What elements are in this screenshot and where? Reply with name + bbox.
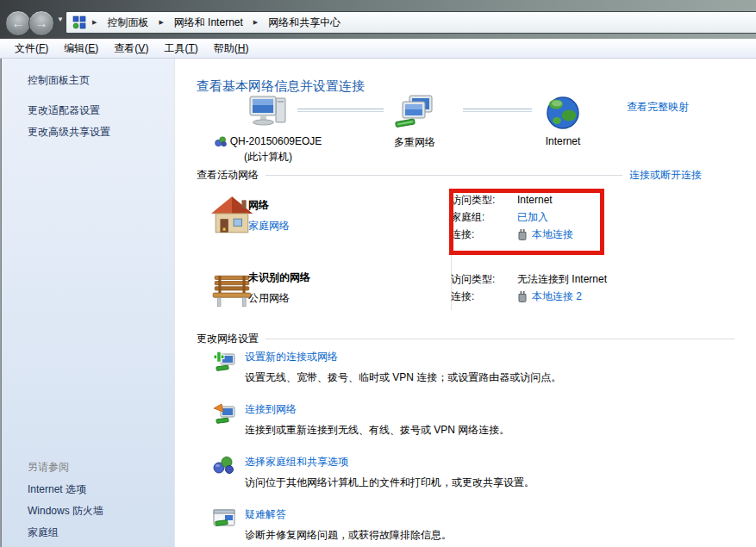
active-networks-section-header: 查看活动网络 连接或断开连接 [197,168,702,182]
address-bar: ▶ 控制面板 ▶ 网络和 Internet ▶ 网络和共享中心 [66,11,756,34]
troubleshoot-link[interactable]: 疑难解答 [245,507,452,522]
homegroup-joined-link[interactable]: 已加入 [517,210,548,225]
homegroup-label: 家庭组: [451,210,517,225]
public-network-location: 公用网络 [248,291,290,306]
breadcrumb-network-sharing-center[interactable]: 网络和共享中心 [264,14,345,32]
section-rule [266,175,622,176]
home-network-location-link[interactable]: 家庭网络 [248,219,290,233]
sidebar-item-windows-firewall[interactable]: Windows 防火墙 [28,504,103,519]
menu-tools[interactable]: 工具(T) [156,39,205,59]
connect-to-network-desc: 连接到或重新连接到无线、有线、拨号或 VPN 网络连接。 [245,423,509,438]
see-also-header: 另请参阅 [28,460,69,475]
map-connector-line [297,109,384,112]
section-rule [266,339,734,339]
connect-to-network-icon [213,402,235,425]
choose-homegroup-desc: 访问位于其他网络计算机上的文件和打印机，或更改共享设置。 [245,476,534,490]
connect-to-network-link[interactable]: 连接到网络 [245,402,509,417]
map-node-multiple-networks: 多重网络 [372,93,458,150]
back-arrow-icon: ← [12,16,25,30]
task-pane: 控制面板主页 更改适配器设置 更改高级共享设置 另请参阅 Internet 选项… [2,59,175,547]
sidebar-item-change-advanced-sharing[interactable]: 更改高级共享设置 [28,125,110,140]
breadcrumb-network-internet[interactable]: 网络和 Internet [170,14,247,32]
network-row-unidentified: 未识别的网络 公用网络 访问类型: 无法连接到 Internet 连接: 本地连… [197,265,753,319]
homegroup-options-icon [213,455,235,477]
home-network-icon [210,195,253,236]
breadcrumb-control-panel[interactable]: 控制面板 [103,14,153,32]
sidebar-item-control-panel-home[interactable]: 控制面板主页 [28,73,90,88]
recent-pages-dropdown[interactable]: ▼ [57,16,64,23]
menu-edit[interactable]: 编辑(E) [56,39,106,59]
list-item: 连接到网络 连接到或重新连接到无线、有线、拨号或 VPN 网络连接。 [213,402,743,438]
connections-label: 连接: [451,289,517,304]
setup-new-connection-desc: 设置无线、宽带、拨号、临时或 VPN 连接；或设置路由器或访问点。 [245,370,561,385]
menu-file[interactable]: 文件(F) [7,39,56,59]
computer-name-label: QH-20150609EOJE [230,135,322,147]
public-network-bench-icon [210,272,253,310]
main-content: 查看基本网络信息并设置连接 查看完整映射 QH-20150609EOJE [175,59,756,547]
change-settings-title: 更改网络设置 [197,332,259,346]
settings-list: 设置新的连接或网络 设置无线、宽带、拨号、临时或 VPN 连接；或设置路由器或访… [213,350,743,547]
title-glass-bar: ← → ▼ ▶ 控制面板 ▶ 网络和 Internet ▶ 网络和共享中心 [0,0,756,39]
menu-help[interactable]: 帮助(H) [206,39,257,59]
sidebar-item-change-adapter-settings[interactable]: 更改适配器设置 [28,103,100,118]
list-item: 设置新的连接或网络 设置无线、宽带、拨号、临时或 VPN 连接；或设置路由器或访… [213,350,743,385]
map-node-internet: Internet [532,93,594,147]
internet-label: Internet [532,135,594,147]
access-type-value: 无法连接到 Internet [517,272,607,287]
back-button[interactable]: ← [5,10,31,36]
connections-label: 连接: [451,227,517,242]
breadcrumb-arrow-icon: ▶ [252,19,259,26]
network-row-home: 网络 家庭网络 访问类型: Internet 家庭组: 已加入 连接: [197,188,753,267]
network-sharing-center-window: ← → ▼ ▶ 控制面板 ▶ 网络和 Internet ▶ 网络和共享中心 文件… [0,0,756,547]
active-networks-title: 查看活动网络 [197,168,259,183]
forward-button[interactable]: → [28,10,54,36]
this-computer-label: (此计算机) [199,150,337,165]
list-item: 选择家庭组和共享选项 访问位于其他网络计算机上的文件和打印机，或更改共享设置。 [213,455,743,490]
ethernet-plug-icon [517,228,528,240]
network-name: 未识别的网络 [248,270,310,285]
menu-bar: 文件(F) 编辑(E) 查看(V) 工具(T) 帮助(H) [0,39,756,59]
multiple-networks-label: 多重网络 [372,135,458,150]
setup-new-connection-link[interactable]: 设置新的连接或网络 [245,350,561,364]
access-type-label: 访问类型: [451,193,517,208]
see-full-map-link[interactable]: 查看完整映射 [627,100,689,115]
breadcrumb-arrow-icon: ▶ [91,19,98,26]
breadcrumb-arrow-icon: ▶ [157,19,165,26]
map-connector-line [463,109,532,112]
sidebar-item-homegroup[interactable]: 家庭组 [28,525,59,540]
access-type-label: 访问类型: [451,272,517,287]
ethernet-plug-icon [517,290,528,302]
forward-arrow-icon: → [35,16,48,30]
computer-icon[interactable] [247,93,289,133]
change-settings-section-header: 更改网络设置 [197,332,741,345]
access-type-value: Internet [517,194,553,206]
network-details: 访问类型: Internet 家庭组: 已加入 连接: 本地连接 [451,191,573,243]
homegroup-balls-icon [215,136,227,147]
troubleshoot-desc: 诊断并修复网络问题，或获得故障排除信息。 [245,528,452,543]
multiple-networks-icon[interactable] [394,93,435,133]
list-item: 疑难解答 诊断并修复网络问题，或获得故障排除信息。 [213,507,743,543]
new-connection-icon [213,350,235,372]
network-sharing-center-icon [72,16,86,29]
menu-view[interactable]: 查看(V) [106,39,156,59]
connect-disconnect-link[interactable]: 连接或断开连接 [629,168,702,183]
internet-globe-icon[interactable] [545,93,581,133]
network-name: 网络 [248,198,269,213]
sidebar-item-internet-options[interactable]: Internet 选项 [28,482,86,497]
local-connection-link[interactable]: 本地连接 [532,227,573,242]
map-node-computer: QH-20150609EOJE (此计算机) [199,93,337,165]
local-connection-2-link[interactable]: 本地连接 2 [532,289,582,304]
network-details: 访问类型: 无法连接到 Internet 连接: 本地连接 2 [451,270,607,305]
choose-homegroup-link[interactable]: 选择家庭组和共享选项 [245,455,534,469]
troubleshoot-icon [213,507,235,530]
